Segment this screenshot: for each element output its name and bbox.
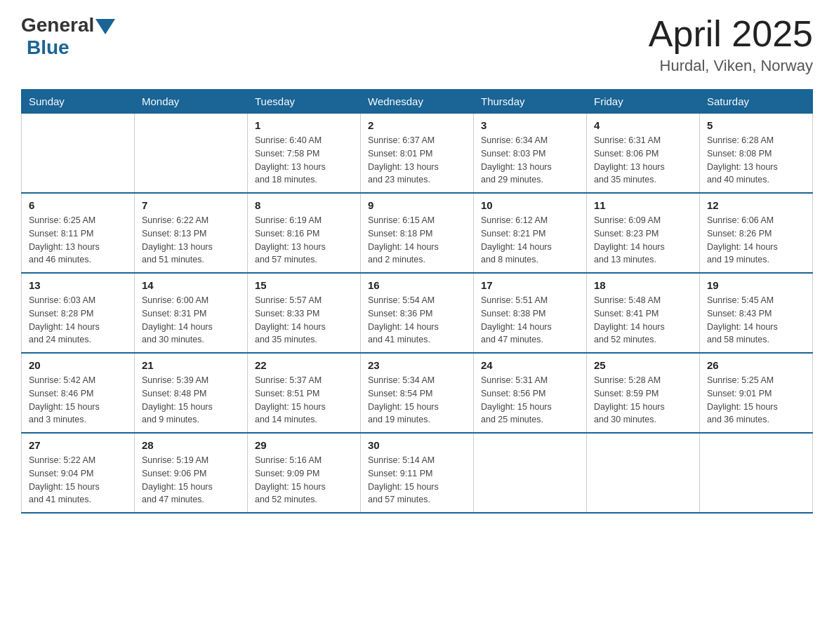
day-info: Sunrise: 6:15 AM Sunset: 8:18 PM Dayligh… (368, 214, 466, 267)
calendar-cell: 26Sunrise: 5:25 AM Sunset: 9:01 PM Dayli… (700, 353, 813, 433)
calendar-week-row: 27Sunrise: 5:22 AM Sunset: 9:04 PM Dayli… (22, 433, 813, 513)
calendar-cell: 5Sunrise: 6:28 AM Sunset: 8:08 PM Daylig… (700, 114, 813, 194)
day-info: Sunrise: 5:19 AM Sunset: 9:06 PM Dayligh… (142, 454, 240, 507)
day-number: 9 (368, 199, 466, 211)
calendar-week-row: 6Sunrise: 6:25 AM Sunset: 8:11 PM Daylig… (22, 193, 813, 273)
calendar-cell: 19Sunrise: 5:45 AM Sunset: 8:43 PM Dayli… (700, 273, 813, 353)
calendar-cell: 15Sunrise: 5:57 AM Sunset: 8:33 PM Dayli… (248, 273, 361, 353)
calendar-cell: 2Sunrise: 6:37 AM Sunset: 8:01 PM Daylig… (361, 114, 474, 194)
day-number: 21 (142, 359, 240, 371)
day-number: 28 (142, 439, 240, 451)
calendar-cell (22, 114, 135, 194)
day-number: 18 (594, 279, 692, 291)
day-info: Sunrise: 5:28 AM Sunset: 8:59 PM Dayligh… (594, 374, 692, 427)
day-number: 2 (368, 119, 466, 131)
day-number: 4 (594, 119, 692, 131)
day-info: Sunrise: 6:31 AM Sunset: 8:06 PM Dayligh… (594, 134, 692, 187)
weekday-header-tuesday: Tuesday (248, 90, 361, 114)
day-info: Sunrise: 6:09 AM Sunset: 8:23 PM Dayligh… (594, 214, 692, 267)
day-number: 15 (255, 279, 353, 291)
day-number: 29 (255, 439, 353, 451)
day-number: 17 (481, 279, 579, 291)
weekday-header-friday: Friday (587, 90, 700, 114)
day-info: Sunrise: 5:22 AM Sunset: 9:04 PM Dayligh… (29, 454, 127, 507)
day-number: 23 (368, 359, 466, 371)
calendar-cell: 27Sunrise: 5:22 AM Sunset: 9:04 PM Dayli… (22, 433, 135, 513)
calendar-cell (135, 114, 248, 194)
calendar-cell: 6Sunrise: 6:25 AM Sunset: 8:11 PM Daylig… (22, 193, 135, 273)
day-number: 3 (481, 119, 579, 131)
day-number: 1 (255, 119, 353, 131)
day-info: Sunrise: 6:34 AM Sunset: 8:03 PM Dayligh… (481, 134, 579, 187)
calendar-cell: 16Sunrise: 5:54 AM Sunset: 8:36 PM Dayli… (361, 273, 474, 353)
day-number: 10 (481, 199, 579, 211)
calendar-cell: 21Sunrise: 5:39 AM Sunset: 8:48 PM Dayli… (135, 353, 248, 433)
day-number: 22 (255, 359, 353, 371)
day-number: 14 (142, 279, 240, 291)
day-number: 27 (29, 439, 127, 451)
day-number: 6 (29, 199, 127, 211)
calendar-cell: 29Sunrise: 5:16 AM Sunset: 9:09 PM Dayli… (248, 433, 361, 513)
calendar-cell (587, 433, 700, 513)
calendar-cell: 30Sunrise: 5:14 AM Sunset: 9:11 PM Dayli… (361, 433, 474, 513)
day-number: 30 (368, 439, 466, 451)
day-number: 8 (255, 199, 353, 211)
day-info: Sunrise: 5:45 AM Sunset: 8:43 PM Dayligh… (707, 294, 805, 347)
calendar-cell: 18Sunrise: 5:48 AM Sunset: 8:41 PM Dayli… (587, 273, 700, 353)
day-number: 24 (481, 359, 579, 371)
location-title: Hurdal, Viken, Norway (649, 57, 813, 75)
calendar-table: SundayMondayTuesdayWednesdayThursdayFrid… (21, 89, 813, 514)
day-info: Sunrise: 6:03 AM Sunset: 8:28 PM Dayligh… (29, 294, 127, 347)
logo-triangle-icon (95, 19, 115, 34)
calendar-cell: 12Sunrise: 6:06 AM Sunset: 8:26 PM Dayli… (700, 193, 813, 273)
calendar-week-row: 20Sunrise: 5:42 AM Sunset: 8:46 PM Dayli… (22, 353, 813, 433)
day-info: Sunrise: 6:19 AM Sunset: 8:16 PM Dayligh… (255, 214, 353, 267)
day-number: 20 (29, 359, 127, 371)
day-info: Sunrise: 5:34 AM Sunset: 8:54 PM Dayligh… (368, 374, 466, 427)
weekday-header-monday: Monday (135, 90, 248, 114)
calendar-cell: 4Sunrise: 6:31 AM Sunset: 8:06 PM Daylig… (587, 114, 700, 194)
day-info: Sunrise: 5:31 AM Sunset: 8:56 PM Dayligh… (481, 374, 579, 427)
calendar-cell: 17Sunrise: 5:51 AM Sunset: 8:38 PM Dayli… (474, 273, 587, 353)
day-number: 26 (707, 359, 805, 371)
calendar-cell: 3Sunrise: 6:34 AM Sunset: 8:03 PM Daylig… (474, 114, 587, 194)
calendar-cell: 23Sunrise: 5:34 AM Sunset: 8:54 PM Dayli… (361, 353, 474, 433)
calendar-cell (474, 433, 587, 513)
day-info: Sunrise: 6:22 AM Sunset: 8:13 PM Dayligh… (142, 214, 240, 267)
day-info: Sunrise: 5:39 AM Sunset: 8:48 PM Dayligh… (142, 374, 240, 427)
calendar-cell: 1Sunrise: 6:40 AM Sunset: 7:58 PM Daylig… (248, 114, 361, 194)
day-number: 13 (29, 279, 127, 291)
calendar-cell: 13Sunrise: 6:03 AM Sunset: 8:28 PM Dayli… (22, 273, 135, 353)
day-info: Sunrise: 5:14 AM Sunset: 9:11 PM Dayligh… (368, 454, 466, 507)
calendar-cell: 7Sunrise: 6:22 AM Sunset: 8:13 PM Daylig… (135, 193, 248, 273)
calendar-week-row: 1Sunrise: 6:40 AM Sunset: 7:58 PM Daylig… (22, 114, 813, 194)
day-number: 11 (594, 199, 692, 211)
day-info: Sunrise: 6:06 AM Sunset: 8:26 PM Dayligh… (707, 214, 805, 267)
calendar-cell: 8Sunrise: 6:19 AM Sunset: 8:16 PM Daylig… (248, 193, 361, 273)
weekday-header-row: SundayMondayTuesdayWednesdayThursdayFrid… (22, 90, 813, 114)
calendar-cell: 14Sunrise: 6:00 AM Sunset: 8:31 PM Dayli… (135, 273, 248, 353)
day-info: Sunrise: 5:16 AM Sunset: 9:09 PM Dayligh… (255, 454, 353, 507)
day-number: 19 (707, 279, 805, 291)
calendar-cell: 28Sunrise: 5:19 AM Sunset: 9:06 PM Dayli… (135, 433, 248, 513)
day-info: Sunrise: 5:42 AM Sunset: 8:46 PM Dayligh… (29, 374, 127, 427)
day-info: Sunrise: 5:37 AM Sunset: 8:51 PM Dayligh… (255, 374, 353, 427)
page-header: General Blue April 2025 Hurdal, Viken, N… (21, 14, 813, 75)
day-info: Sunrise: 6:00 AM Sunset: 8:31 PM Dayligh… (142, 294, 240, 347)
day-info: Sunrise: 6:40 AM Sunset: 7:58 PM Dayligh… (255, 134, 353, 187)
day-info: Sunrise: 5:54 AM Sunset: 8:36 PM Dayligh… (368, 294, 466, 347)
calendar-cell (700, 433, 813, 513)
logo: General Blue (21, 14, 115, 59)
calendar-cell: 22Sunrise: 5:37 AM Sunset: 8:51 PM Dayli… (248, 353, 361, 433)
day-info: Sunrise: 5:25 AM Sunset: 9:01 PM Dayligh… (707, 374, 805, 427)
day-number: 7 (142, 199, 240, 211)
calendar-cell: 20Sunrise: 5:42 AM Sunset: 8:46 PM Dayli… (22, 353, 135, 433)
day-number: 12 (707, 199, 805, 211)
logo-blue-text: Blue (27, 36, 70, 59)
day-info: Sunrise: 5:51 AM Sunset: 8:38 PM Dayligh… (481, 294, 579, 347)
title-section: April 2025 Hurdal, Viken, Norway (649, 14, 813, 75)
weekday-header-wednesday: Wednesday (361, 90, 474, 114)
day-info: Sunrise: 5:57 AM Sunset: 8:33 PM Dayligh… (255, 294, 353, 347)
weekday-header-saturday: Saturday (700, 90, 813, 114)
day-number: 5 (707, 119, 805, 131)
